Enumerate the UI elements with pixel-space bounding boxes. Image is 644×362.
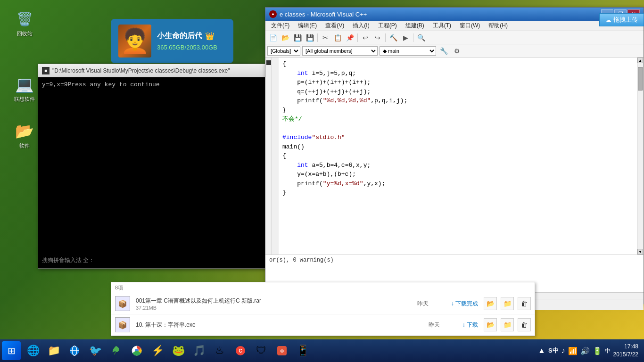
taskbar-chrome[interactable] (127, 341, 146, 360)
vc-title: e classes - Microsoft Visual C++ (280, 11, 598, 18)
desktop: 🗑️ 回收站 💻 联想软件 📂 软件 🧑‍🦱 小生命的后代 👑 365.65GB… (0, 0, 644, 362)
output-text: or(s), 0 warning(s) (269, 257, 640, 263)
editor-scrollbar[interactable]: ▲ ▼ (637, 58, 644, 255)
dropdown-main[interactable]: ◆ main (380, 46, 436, 56)
code-line-7: 不会*/ (282, 115, 640, 124)
tb-extra2[interactable]: ⚙ (451, 46, 462, 56)
tb-open[interactable]: 📂 (280, 33, 291, 43)
download-actions-2: 📂 📁 🗑 (484, 318, 531, 331)
menu-help[interactable]: 帮助(H) (485, 21, 512, 31)
dropdown-members[interactable]: [All global members] (302, 46, 378, 56)
recycle-bin-label: 回收站 (17, 30, 33, 37)
taskbar-bird[interactable]: 🐦 (86, 341, 105, 360)
taskbar-tablet[interactable]: 📱 (293, 341, 312, 360)
taskbar-feather[interactable] (107, 341, 125, 360)
tb-saveall[interactable]: 💾 (304, 33, 315, 43)
dropdown-globals[interactable]: [Globals] (267, 46, 300, 56)
taskbar-360[interactable]: 🛡 (252, 341, 271, 360)
vc-icon: ● (269, 10, 277, 18)
dl-open-btn-1[interactable]: 📂 (484, 297, 497, 310)
code-line-9: #include"stdio.h" (282, 133, 640, 142)
taskbar-clock[interactable]: 17:48 2015/7/22 (613, 343, 638, 359)
menu-tools[interactable]: 工具(T) (429, 21, 455, 31)
user-name: 小生命的后代 👑 (157, 31, 217, 41)
menu-project[interactable]: 工程(P) (374, 21, 401, 31)
menu-edit[interactable]: 编辑(E) (294, 21, 321, 31)
software-label: 软件 (19, 142, 30, 149)
tb-sep3 (385, 33, 386, 42)
scroll-down-btn[interactable]: ▼ (637, 249, 643, 255)
code-line-4: q=(++j)+(++j)+(++j); (282, 87, 640, 97)
upload-button[interactable]: ☁ 拖拽上传 (599, 13, 644, 26)
menu-insert[interactable]: 插入(I) (349, 21, 373, 31)
software-icon[interactable]: 📂 软件 (9, 122, 40, 149)
taskbar-tool[interactable]: ⚙ (272, 341, 291, 360)
dl-delete-btn-1[interactable]: 🗑 (518, 297, 531, 310)
scroll-thumb[interactable] (638, 67, 643, 90)
tb-redo[interactable]: ↪ (372, 33, 383, 43)
code-line-13: y=(x=a+b),(b+c); (282, 170, 640, 179)
tray-volume[interactable]: 🔊 (580, 346, 590, 355)
download-date-2: 昨天 (429, 321, 457, 329)
download-date-1: 昨天 (417, 300, 446, 308)
tb-build[interactable]: 🔨 (388, 33, 399, 43)
tb-run[interactable]: ▶ (400, 33, 411, 43)
user-avatar: 🧑‍🦱 (118, 25, 151, 58)
vc-titlebar: ● e classes - Microsoft Visual C++ ─ ❐ ✕ (265, 8, 644, 21)
tray-note[interactable]: ♪ (561, 346, 565, 355)
menu-build[interactable]: 组建(B) (402, 21, 428, 31)
download-item-1: 📦 001第一章 C语言概述以及如何上机运行C 新版.rar 37.21MB 昨… (111, 293, 535, 314)
recycle-bin-img: 🗑️ (15, 9, 34, 28)
clock-time: 17:48 (613, 343, 638, 351)
system-tray: ▲ S中 ♪ 📶 🔊 🔋 中 17:48 2015/7/22 (534, 343, 642, 359)
menu-view[interactable]: 查看(V) (322, 21, 348, 31)
tb-save[interactable]: 💾 (292, 33, 303, 43)
dl-folder-btn-2[interactable]: 📁 (501, 318, 514, 331)
taskbar-frog[interactable]: 🐸 (169, 341, 188, 360)
tb-cut[interactable]: ✂ (320, 33, 331, 43)
tray-battery[interactable]: 🔋 (593, 346, 602, 355)
download-info-2: 10. 第十课：字符串.exe (136, 321, 423, 329)
lenovo-software-icon[interactable]: 💻 联想软件 (9, 75, 40, 103)
download-status-1: ↓ 下载完成 (451, 300, 478, 308)
code-line-3: p=(i++)+(i++)+(i++); (282, 78, 640, 87)
upload-icon: ☁ (605, 16, 611, 24)
taskbar-explorer[interactable]: 📁 (44, 341, 63, 360)
menu-file[interactable]: 文件(F) (267, 21, 293, 31)
taskbar-steam[interactable]: ♨ (210, 341, 229, 360)
dl-open-btn-2[interactable]: 📂 (484, 318, 497, 331)
tray-network[interactable]: 📶 (568, 346, 578, 355)
download-item-2: 📦 10. 第十课：字符串.exe 昨天 ↓ 下载 📂 📁 🗑 (111, 314, 535, 336)
start-button[interactable]: ⊞ (2, 341, 21, 360)
download-actions-1: 📂 📁 🗑 (484, 297, 531, 310)
scroll-up-btn[interactable]: ▲ (637, 58, 643, 63)
recycle-bin-icon[interactable]: 🗑️ 回收站 (9, 9, 40, 37)
code-gutter (265, 58, 272, 255)
desktop-icons: 🗑️ 回收站 💻 联想软件 📂 软件 (9, 9, 40, 149)
tray-ime[interactable]: S中 (548, 346, 559, 355)
svg-line-3 (114, 352, 116, 354)
tb-search[interactable]: 🔍 (415, 33, 427, 43)
tb-copy[interactable]: 📋 (332, 33, 343, 43)
tray-arrow[interactable]: ▲ (538, 346, 545, 355)
download-icon-1: 📦 (115, 296, 130, 311)
taskbar-pinned-icons: 🌐 📁 🐦 ⚡ 🐸 🎵 ♨ C 🛡 ⚙ 📱 (24, 341, 312, 360)
vc-menubar: 文件(F) 编辑(E) 查看(V) 插入(I) 工程(P) 组建(B) 工具(T… (265, 21, 644, 31)
tb-new[interactable]: 📄 (267, 33, 279, 43)
tray-zh[interactable]: 中 (605, 347, 611, 355)
tb-paste[interactable]: 📌 (344, 33, 355, 43)
taskbar-chrome2[interactable]: C (231, 341, 250, 360)
tb-sep1 (317, 33, 318, 42)
menu-window[interactable]: 窗口(W) (456, 21, 484, 31)
taskbar-ie[interactable] (65, 341, 84, 360)
dl-folder-btn-1[interactable]: 📁 (501, 297, 514, 310)
tb-undo[interactable]: ↩ (360, 33, 371, 43)
taskbar-kugou[interactable]: 🎵 (190, 341, 208, 360)
taskbar-orb[interactable]: 🌐 (24, 341, 42, 360)
code-line-12: int a=5,b=4,c=6,x,y; (282, 161, 640, 170)
tb-extra1[interactable]: 🔧 (438, 46, 449, 56)
taskbar-thunder[interactable]: ⚡ (148, 341, 167, 360)
dl-delete-btn-2[interactable]: 🗑 (518, 318, 531, 331)
taskbar: ⊞ 🌐 📁 🐦 ⚡ 🐸 🎵 ♨ C 🛡 ⚙ (0, 339, 644, 362)
code-editor[interactable]: { int i=5,j=5,p,q; p=(i++)+(i++)+(i++); … (279, 58, 644, 255)
